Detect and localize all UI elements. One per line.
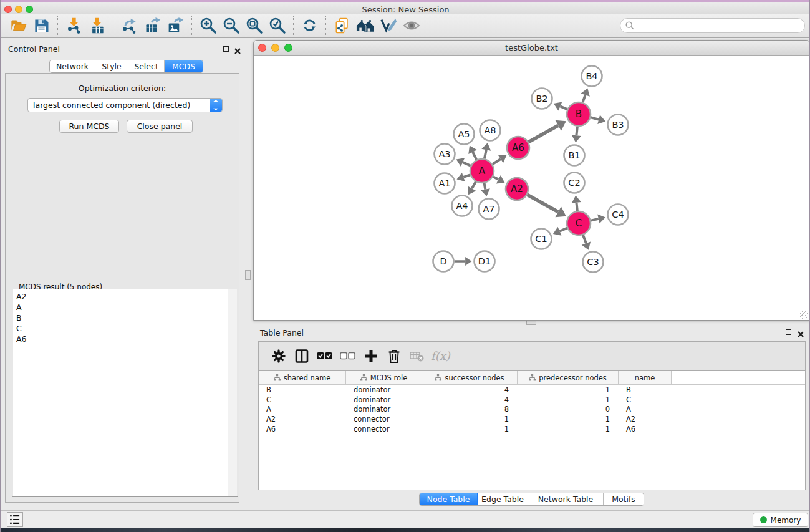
style-editor-icon[interactable] [377, 15, 400, 36]
column-header-MCDS-role[interactable]: MCDS role [346, 371, 422, 384]
column-header-successor-nodes[interactable]: successor nodes [422, 371, 518, 384]
mcds-result-scrollbar[interactable] [228, 289, 237, 496]
mcds-result-item[interactable]: B [13, 312, 228, 323]
search-input[interactable] [635, 20, 804, 31]
edge-A2-C[interactable] [528, 195, 559, 212]
table-cell[interactable]: A6 [619, 425, 672, 433]
select-all-rows-icon[interactable] [313, 345, 336, 367]
export-image-icon[interactable] [164, 15, 187, 36]
table-cell[interactable]: connector [346, 415, 422, 423]
deselect-all-rows-icon[interactable] [336, 345, 359, 367]
table-cell[interactable]: 4 [422, 395, 518, 404]
import-table-icon[interactable] [85, 15, 108, 36]
table-cell[interactable]: 1 [518, 385, 619, 394]
edge-A-A1[interactable] [463, 175, 470, 177]
hide-panel-icon[interactable] [400, 15, 423, 36]
mcds-result-item[interactable]: C [13, 323, 228, 334]
control-panel-close-button[interactable] [234, 46, 241, 57]
table-cell[interactable]: 1 [518, 425, 619, 433]
close-panel-button[interactable]: Close panel [127, 120, 193, 133]
table-cell[interactable]: A2 [259, 415, 346, 423]
table-cell[interactable]: B [259, 385, 346, 394]
table-cell[interactable]: dominator [346, 395, 422, 404]
edge-A-A8[interactable] [485, 150, 486, 158]
column-header-name[interactable]: name [619, 371, 672, 384]
optimization-criterion-select[interactable]: largest connected component (directed) [27, 98, 223, 112]
tab-select[interactable]: Select [128, 60, 165, 72]
table-row[interactable]: Cdominator41C [259, 395, 805, 405]
edge-C-C2[interactable] [576, 203, 577, 211]
table-cell[interactable]: 8 [422, 405, 518, 414]
edge-A-A7[interactable] [485, 183, 486, 190]
network-canvas[interactable]: AA6A2BCA1A3A4A5A7A8B1B2B3B4C1C2C3C4DD1 [254, 56, 809, 320]
zoom-in-icon[interactable] [196, 15, 219, 36]
table-cell[interactable]: 1 [422, 415, 518, 423]
mcds-result-item[interactable]: A [13, 302, 228, 312]
open-session-icon[interactable] [7, 15, 30, 36]
export-network-icon[interactable] [118, 15, 141, 36]
edge-C-C3[interactable] [583, 235, 586, 243]
table-cell[interactable]: 4 [422, 385, 518, 394]
vertical-splitter-grip[interactable] [245, 270, 251, 280]
mcds-result-list[interactable]: A2ABCA6 [13, 289, 228, 496]
add-row-icon[interactable] [359, 345, 382, 367]
horizontal-splitter-grip[interactable] [526, 321, 536, 325]
export-table-icon[interactable] [141, 15, 164, 36]
run-mcds-button[interactable]: Run MCDS [59, 120, 119, 133]
edge-A-A2[interactable] [493, 177, 499, 179]
table-cell[interactable]: C [619, 395, 672, 404]
tab-network-table[interactable]: Network Table [528, 493, 604, 505]
window-resize-grip[interactable] [800, 311, 809, 319]
table-cell[interactable]: 1 [518, 395, 619, 404]
edge-A-A5[interactable] [473, 152, 476, 160]
table-cell[interactable]: A [619, 405, 672, 414]
network-window-titlebar[interactable]: testGlobe.txt [254, 41, 809, 56]
save-session-icon[interactable] [30, 15, 53, 36]
tab-mcds[interactable]: MCDS [165, 60, 203, 72]
delete-table-disabled-icon[interactable] [405, 345, 428, 367]
table-cell[interactable]: A6 [259, 425, 346, 433]
table-cell[interactable]: C [259, 395, 346, 404]
refresh-icon[interactable] [298, 15, 321, 36]
column-header-shared-name[interactable]: shared name [259, 371, 346, 384]
network-graph[interactable]: AA6A2BCA1A3A4A5A7A8B1B2B3B4C1C2C3C4DD1 [254, 56, 809, 321]
edge-A-A6[interactable] [493, 159, 501, 164]
zoom-out-icon[interactable] [219, 15, 243, 36]
table-settings-icon[interactable] [267, 345, 290, 367]
tab-style[interactable]: Style [95, 60, 128, 72]
edge-C-C4[interactable] [591, 219, 599, 221]
table-row[interactable]: A2connector11A2 [259, 414, 805, 424]
import-network-icon[interactable] [62, 15, 85, 36]
tab-edge-table[interactable]: Edge Table [478, 493, 528, 505]
edge-B-B2[interactable] [560, 106, 567, 109]
search-box[interactable] [620, 18, 805, 33]
edge-A-A3[interactable] [463, 162, 471, 166]
table-cell[interactable]: A2 [619, 415, 672, 423]
table-columns-icon[interactable] [290, 345, 313, 367]
edge-B-B4[interactable] [583, 95, 586, 102]
tab-node-table[interactable]: Node Table [420, 493, 478, 505]
table-row[interactable]: Bdominator41B [259, 385, 805, 395]
edge-A6-B[interactable] [529, 125, 559, 142]
table-panel-close-button[interactable] [797, 329, 804, 341]
zoom-selected-icon[interactable] [266, 15, 289, 36]
table-cell[interactable]: 1 [518, 415, 619, 423]
edge-B-B1[interactable] [576, 127, 577, 135]
function-builder-icon[interactable]: f(x) [431, 349, 450, 362]
zoom-fit-icon[interactable] [243, 15, 266, 36]
table-cell[interactable]: B [619, 385, 672, 394]
column-header-predecessor-nodes[interactable]: predecessor nodes [518, 371, 619, 384]
table-cell[interactable]: 0 [518, 405, 619, 414]
mcds-result-item[interactable]: A2 [13, 289, 228, 302]
home-icon[interactable] [354, 15, 377, 36]
edge-A-A4[interactable] [472, 181, 476, 188]
tab-network[interactable]: Network [50, 60, 95, 72]
table-cell[interactable]: dominator [346, 405, 422, 414]
table-cell[interactable]: 1 [422, 425, 518, 433]
control-panel-float-button[interactable] [223, 46, 229, 52]
table-cell[interactable]: A [259, 405, 346, 414]
edge-B-B3[interactable] [591, 117, 599, 119]
mcds-result-item[interactable]: A6 [13, 334, 228, 344]
tab-motifs[interactable]: Motifs [604, 493, 644, 505]
table-row[interactable]: A6connector11A6 [259, 424, 805, 434]
